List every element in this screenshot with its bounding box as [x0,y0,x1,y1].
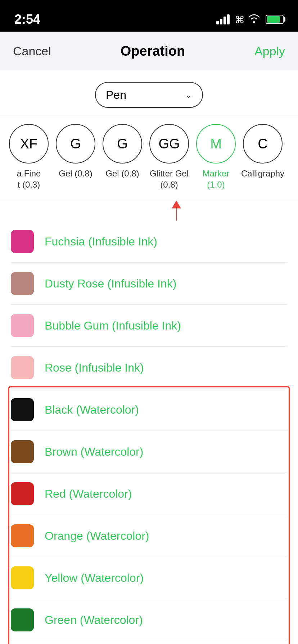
signal-icon [216,14,230,24]
color-item-brown-watercolor[interactable]: Brown (Watercolor) [11,431,287,473]
pen-type-gel2[interactable]: GGel (0.8) [101,124,144,179]
chevron-down-icon: ⌄ [185,90,192,100]
color-swatch-brown-watercolor [11,440,34,463]
color-item-rose-infusible[interactable]: Rose (Infusible Ink) [11,347,287,389]
pen-types-container[interactable]: XFa Fine t (0.3)GGel (0.8)GGel (0.8)GGGl… [0,115,298,199]
nav-bar: Cancel Operation Apply [0,32,298,71]
pen-type-circle-xf: XF [9,124,49,164]
pen-type-calligraphy[interactable]: CCalligraphy [241,124,284,179]
color-swatch-bubble-gum-infusible [11,314,34,337]
pen-type-xf[interactable]: XFa Fine t (0.3) [7,124,50,190]
pen-type-label-xf: a Fine t (0.3) [17,168,41,190]
battery-icon [266,15,284,24]
color-item-orange-watercolor[interactable]: Orange (Watercolor) [11,515,287,557]
pen-type-label-marker: Marker (1.0) [203,168,230,190]
color-list: Fuchsia (Infusible Ink)Dusty Rose (Infus… [0,221,298,644]
color-item-fuchsia-infusible[interactable]: Fuchsia (Infusible Ink) [11,221,287,263]
color-list-wrapper: Fuchsia (Infusible Ink)Dusty Rose (Infus… [0,221,298,644]
color-name-dusty-rose-infusible: Dusty Rose (Infusible Ink) [45,277,176,290]
pen-type-glitter[interactable]: GGGlitter Gel (0.8) [148,124,191,190]
wifi-icon: ⌘ [235,13,261,26]
arrow-head-icon [172,201,181,208]
pen-type-marker[interactable]: MMarker (1.0) [194,124,238,190]
apply-button[interactable]: Apply [254,44,285,58]
color-item-dusty-rose-infusible[interactable]: Dusty Rose (Infusible Ink) [11,263,287,305]
color-name-bubble-gum-infusible: Bubble Gum (Infusible Ink) [45,319,181,332]
color-swatch-black-watercolor [11,398,34,421]
color-name-brown-watercolor: Brown (Watercolor) [45,445,143,459]
status-time: 2:54 [14,12,40,27]
pen-type-dropdown[interactable]: Pen ⌄ [95,82,203,108]
pen-type-circle-marker: M [196,124,236,164]
color-item-bubble-gum-infusible[interactable]: Bubble Gum (Infusible Ink) [11,305,287,347]
color-item-yellow-watercolor[interactable]: Yellow (Watercolor) [11,557,287,599]
status-bar: 2:54 ⌘ [0,0,298,32]
pen-type-circle-gel2: G [103,124,142,164]
pen-selector-container: Pen ⌄ [0,71,298,115]
color-item-green-watercolor[interactable]: Green (Watercolor) [11,599,287,641]
color-name-orange-watercolor: Orange (Watercolor) [45,529,149,543]
color-name-green-watercolor: Green (Watercolor) [45,613,143,627]
color-item-blue-watercolor[interactable]: Blue (Watercolor) [11,641,287,644]
color-swatch-orange-watercolor [11,524,34,547]
color-item-red-watercolor[interactable]: Red (Watercolor) [11,473,287,515]
color-name-fuchsia-infusible: Fuchsia (Infusible Ink) [45,235,157,248]
arrow-annotation [0,199,298,221]
status-icons: ⌘ [216,13,284,26]
page-title: Operation [121,43,185,59]
pen-type-circle-gel1: G [56,124,95,164]
color-name-yellow-watercolor: Yellow (Watercolor) [45,571,144,585]
color-item-black-watercolor[interactable]: Black (Watercolor) [11,389,287,431]
color-name-black-watercolor: Black (Watercolor) [45,403,139,417]
pen-type-label-gel2: Gel (0.8) [105,168,139,179]
pen-type-circle-glitter: GG [149,124,189,164]
pen-type-label-gel1: Gel (0.8) [59,168,92,179]
color-swatch-red-watercolor [11,482,34,505]
color-swatch-yellow-watercolor [11,566,34,589]
pen-type-label-glitter: Glitter Gel (0.8) [150,168,189,190]
pen-dropdown-value: Pen [106,88,126,102]
pen-type-circle-calligraphy: C [243,124,283,164]
pen-types-row: XFa Fine t (0.3)GGel (0.8)GGel (0.8)GGGl… [7,124,284,190]
color-swatch-dusty-rose-infusible [11,272,34,295]
cancel-button[interactable]: Cancel [13,44,51,58]
color-swatch-rose-infusible [11,356,34,379]
pen-type-label-calligraphy: Calligraphy [241,168,284,179]
color-name-rose-infusible: Rose (Infusible Ink) [45,361,144,374]
battery-fill [267,16,280,23]
color-swatch-fuchsia-infusible [11,230,34,253]
color-name-red-watercolor: Red (Watercolor) [45,487,132,501]
pen-type-gel1[interactable]: GGel (0.8) [54,124,97,179]
color-swatch-green-watercolor [11,608,34,631]
